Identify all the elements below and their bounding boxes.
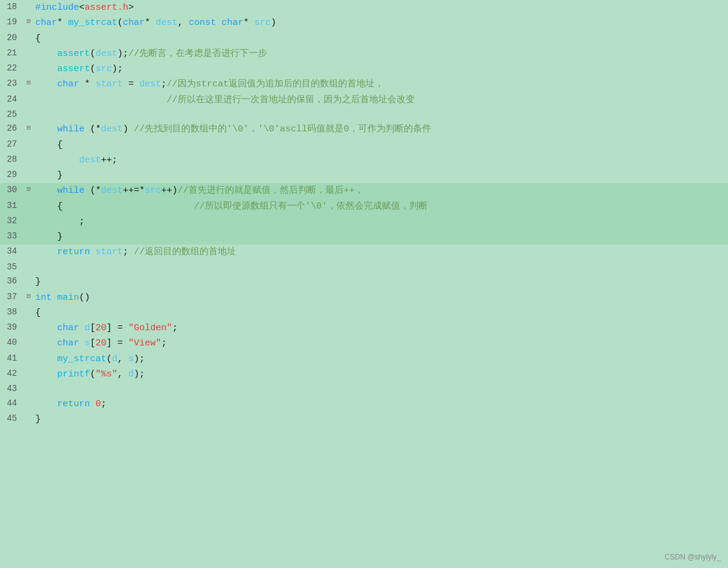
fold-indicator[interactable] bbox=[24, 199, 33, 214]
table-row: 18 #include<assert.h> bbox=[0, 0, 728, 15]
fold-indicator[interactable] bbox=[24, 229, 33, 244]
line-number: 41 bbox=[0, 352, 24, 367]
table-row: 32 ; bbox=[0, 214, 728, 229]
code-line: my_strcat(d, s); bbox=[33, 352, 728, 367]
line-number: 28 bbox=[0, 153, 24, 168]
fold-indicator[interactable] bbox=[24, 412, 33, 427]
code-line: //所以在这里进行一次首地址的保留，因为之后首地址会改变 bbox=[33, 92, 728, 108]
code-line: printf("%s", d); bbox=[33, 367, 728, 382]
line-number: 34 bbox=[0, 244, 24, 260]
table-row: 36 } bbox=[0, 274, 728, 289]
code-line: int main() bbox=[33, 290, 728, 305]
table-row: 29 } bbox=[0, 168, 728, 183]
table-row: 25 bbox=[0, 108, 728, 122]
line-number: 23 bbox=[0, 77, 24, 92]
code-table: 18 #include<assert.h> 19 ⊟ char* my_strc… bbox=[0, 0, 728, 427]
fold-indicator[interactable] bbox=[24, 382, 33, 397]
fold-indicator[interactable] bbox=[24, 46, 33, 61]
fold-indicator[interactable] bbox=[24, 153, 33, 168]
fold-indicator[interactable] bbox=[24, 305, 33, 320]
line-number: 32 bbox=[0, 214, 24, 229]
fold-indicator[interactable] bbox=[24, 320, 33, 336]
line-number: 33 bbox=[0, 229, 24, 244]
line-number: 38 bbox=[0, 305, 24, 320]
watermark: CSDN @shylyly_ bbox=[665, 552, 721, 563]
code-line: char d[20] = "Golden"; bbox=[33, 320, 728, 336]
table-row: 21 assert(dest);//先断言，在考虑是否进行下一步 bbox=[0, 46, 728, 61]
line-number: 30 bbox=[0, 183, 24, 198]
fold-indicator[interactable] bbox=[24, 61, 33, 77]
fold-indicator[interactable] bbox=[24, 336, 33, 351]
code-line bbox=[33, 260, 728, 275]
code-line: { bbox=[33, 305, 728, 320]
code-container: 18 #include<assert.h> 19 ⊟ char* my_strc… bbox=[0, 0, 728, 568]
table-row: 35 bbox=[0, 260, 728, 275]
line-number: 44 bbox=[0, 397, 24, 412]
line-number: 29 bbox=[0, 168, 24, 183]
table-row: 27 { bbox=[0, 137, 728, 153]
table-row: 41 my_strcat(d, s); bbox=[0, 352, 728, 367]
table-row: 22 assert(src); bbox=[0, 61, 728, 77]
line-number: 22 bbox=[0, 61, 24, 77]
fold-indicator[interactable] bbox=[24, 137, 33, 153]
table-row: 28 dest++; bbox=[0, 153, 728, 168]
fold-indicator[interactable] bbox=[24, 367, 33, 382]
table-row: 43 bbox=[0, 382, 728, 397]
table-row: 42 printf("%s", d); bbox=[0, 367, 728, 382]
table-row: 24 //所以在这里进行一次首地址的保留，因为之后首地址会改变 bbox=[0, 92, 728, 108]
line-number: 18 bbox=[0, 0, 24, 15]
fold-indicator[interactable] bbox=[24, 214, 33, 229]
line-number: 26 bbox=[0, 122, 24, 137]
table-row: 40 char s[20] = "View"; bbox=[0, 336, 728, 351]
line-number: 37 bbox=[0, 290, 24, 305]
fold-indicator[interactable] bbox=[24, 92, 33, 108]
table-row: 34 return start; //返回目的数组的首地址 bbox=[0, 244, 728, 260]
fold-indicator[interactable] bbox=[24, 244, 33, 260]
table-row: 26 ⊟ while (*dest) //先找到目的数组中的'\0'，'\0'a… bbox=[0, 122, 728, 137]
line-number: 21 bbox=[0, 46, 24, 61]
code-line: return start; //返回目的数组的首地址 bbox=[33, 244, 728, 260]
code-line: char* my_strcat(char* dest, const char* … bbox=[33, 15, 728, 30]
table-row: 39 char d[20] = "Golden"; bbox=[0, 320, 728, 336]
fold-indicator[interactable] bbox=[24, 31, 33, 46]
code-line: } bbox=[33, 274, 728, 289]
code-line: assert(dest);//先断言，在考虑是否进行下一步 bbox=[33, 46, 728, 61]
table-row: 23 ⊟ char * start = dest;//因为strcat返回值为追… bbox=[0, 77, 728, 92]
code-line: while (*dest) //先找到目的数组中的'\0'，'\0'ascll码… bbox=[33, 122, 728, 137]
fold-indicator[interactable]: ⊟ bbox=[24, 290, 33, 305]
fold-indicator[interactable] bbox=[24, 274, 33, 289]
fold-indicator[interactable]: ⊟ bbox=[24, 15, 33, 30]
table-row: 20 { bbox=[0, 31, 728, 46]
code-line: return 0; bbox=[33, 397, 728, 412]
line-number: 24 bbox=[0, 92, 24, 108]
table-row: 30 ⊟ while (*dest++=*src++)//首先进行的就是赋值，然… bbox=[0, 183, 728, 198]
fold-indicator[interactable] bbox=[24, 168, 33, 183]
line-number: 35 bbox=[0, 260, 24, 275]
fold-indicator[interactable] bbox=[24, 352, 33, 367]
table-row: 38 { bbox=[0, 305, 728, 320]
fold-indicator[interactable]: ⊟ bbox=[24, 77, 33, 92]
fold-indicator[interactable] bbox=[24, 397, 33, 412]
code-line: } bbox=[33, 412, 728, 427]
fold-indicator[interactable] bbox=[24, 260, 33, 275]
fold-indicator[interactable]: ⊟ bbox=[24, 183, 33, 198]
line-number: 45 bbox=[0, 412, 24, 427]
line-number: 43 bbox=[0, 382, 24, 397]
code-line: ; bbox=[33, 214, 728, 229]
code-line: { //所以即使源数组只有一个'\0'，依然会完成赋值，判断 bbox=[33, 199, 728, 214]
code-line: #include<assert.h> bbox=[33, 0, 728, 15]
fold-indicator[interactable]: ⊟ bbox=[24, 122, 33, 137]
code-line: while (*dest++=*src++)//首先进行的就是赋值，然后判断，最… bbox=[33, 183, 728, 198]
code-line: assert(src); bbox=[33, 61, 728, 77]
code-line: char s[20] = "View"; bbox=[33, 336, 728, 351]
table-row: 37 ⊟ int main() bbox=[0, 290, 728, 305]
fold-indicator[interactable] bbox=[24, 108, 33, 122]
line-number: 42 bbox=[0, 367, 24, 382]
code-line bbox=[33, 108, 728, 122]
line-number: 36 bbox=[0, 274, 24, 289]
line-number: 20 bbox=[0, 31, 24, 46]
line-number: 40 bbox=[0, 336, 24, 351]
code-line: char * start = dest;//因为strcat返回值为追加后的目的… bbox=[33, 77, 728, 92]
table-row: 45 } bbox=[0, 412, 728, 427]
fold-indicator[interactable] bbox=[24, 0, 33, 15]
